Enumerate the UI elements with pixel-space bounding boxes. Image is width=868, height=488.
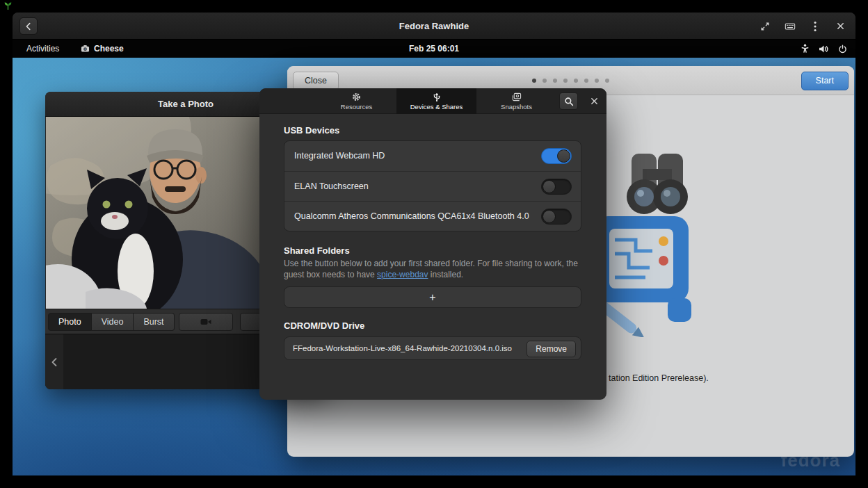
iso-filename: FFedora-Workstation-Live-x86_64-Rawhide-… [293, 337, 512, 361]
fullscreen-button[interactable] [755, 17, 775, 35]
page-dot[interactable] [563, 79, 568, 83]
usb-device-row: Integrated Webcam HD [284, 141, 581, 171]
shell-clock[interactable]: Feb 25 06:01 [13, 40, 855, 58]
host-titlebar: Fedora Rawhide [13, 13, 855, 40]
toggle-knob [542, 180, 556, 193]
back-button[interactable] [19, 17, 38, 35]
usb-device-toggle[interactable] [541, 148, 572, 164]
tab-snapshots[interactable]: Snapshots [476, 88, 556, 114]
toggle-knob [557, 149, 570, 163]
activities-button[interactable]: Activities [24, 40, 62, 58]
tab-label: Snapshots [501, 103, 532, 111]
gnome-shell-topbar: Feb 25 06:01 Activities Cheese [13, 40, 855, 58]
take-photo-button[interactable] [179, 313, 233, 331]
dialog-close-button[interactable] [586, 92, 602, 110]
titlebar-actions [755, 13, 850, 40]
app-menu-button[interactable]: Cheese [81, 40, 124, 58]
usb-device-row: Qualcomm Atheros Communications QCA61x4 … [284, 201, 581, 231]
edition-caption: tation Edition Prerelease). [609, 373, 709, 383]
properties-tabbar: Resources Devices & Shares Snapshots [259, 88, 606, 114]
accessibility-icon [801, 44, 810, 54]
search-button[interactable] [559, 92, 578, 110]
mode-photo-button[interactable]: Photo [48, 313, 92, 331]
window-close-button[interactable] [830, 17, 850, 35]
page-dot[interactable] [595, 79, 599, 83]
shared-folders-heading: Shared Folders [284, 245, 350, 256]
mode-burst-button[interactable]: Burst [134, 313, 174, 331]
strip-scroll-left-button[interactable] [45, 334, 63, 389]
description-line2-suffix: installed. [428, 270, 463, 279]
toggle-knob [542, 210, 556, 223]
description-line1: Use the button below to add your first s… [284, 259, 578, 268]
cheese-app-icon [81, 44, 90, 53]
sprout-icon [4, 1, 12, 10]
tab-label: Resources [341, 103, 372, 111]
fullscreen-icon [760, 22, 770, 31]
window-title: Fedora Rawhide [13, 13, 855, 40]
usb-device-toggle[interactable] [541, 179, 572, 195]
tab-resources[interactable]: Resources [316, 88, 396, 114]
close-icon [836, 22, 845, 31]
usb-device-row: ELAN Touchscreen [284, 171, 581, 201]
system-tray[interactable] [801, 40, 847, 58]
mode-video-button[interactable]: Video [92, 313, 134, 331]
gear-icon [352, 92, 361, 101]
usb-device-name: Integrated Webcam HD [294, 141, 385, 171]
usb-devices-heading: USB Devices [284, 125, 339, 136]
usb-device-name: ELAN Touchscreen [294, 172, 369, 202]
search-icon [564, 97, 574, 106]
usb-device-name: Qualcomm Atheros Communications QCA61x4 … [294, 202, 529, 231]
usb-device-list: Integrated Webcam HD ELAN Touchscreen Qu… [284, 140, 581, 231]
screen: Fedora Rawhide [0, 0, 868, 488]
cdrom-heading: CDROM/DVD Drive [284, 320, 364, 331]
page-dot[interactable] [542, 79, 547, 83]
page-indicator [287, 79, 854, 83]
power-icon [838, 44, 847, 54]
menu-button[interactable] [805, 17, 825, 35]
chevron-left-icon [24, 22, 33, 31]
page-dot[interactable] [584, 79, 588, 83]
add-shared-folder-button[interactable]: + [284, 286, 581, 308]
close-icon [590, 97, 598, 105]
description-line2-prefix: guest box needs to have [284, 270, 377, 279]
page-dot[interactable] [553, 79, 557, 83]
keyboard-button[interactable] [780, 17, 800, 35]
volume-icon [819, 44, 829, 54]
chevron-left-icon [51, 357, 58, 367]
shared-folders-description: Use the button below to add your first s… [284, 259, 588, 280]
page-dot[interactable] [532, 79, 536, 83]
kebab-menu-icon [814, 21, 817, 32]
spice-webdav-link[interactable]: spice-webdav [377, 270, 428, 279]
camera-icon [200, 318, 211, 326]
remove-iso-button[interactable]: Remove [527, 341, 576, 357]
app-menu-label: Cheese [94, 44, 124, 54]
tab-devices-shares[interactable]: Devices & Shares [396, 88, 476, 114]
page-dot[interactable] [605, 79, 609, 83]
usb-icon [433, 92, 441, 101]
page-dot[interactable] [574, 79, 578, 83]
mode-switcher: Photo Video Burst [48, 313, 175, 331]
box-properties-dialog: Resources Devices & Shares Snapshots [259, 88, 606, 400]
snapshots-icon [512, 92, 522, 101]
cdrom-row: FFedora-Workstation-Live-x86_64-Rawhide-… [284, 336, 581, 360]
keyboard-icon [785, 22, 796, 31]
tab-label: Devices & Shares [410, 103, 463, 111]
usb-device-toggle[interactable] [541, 209, 572, 225]
